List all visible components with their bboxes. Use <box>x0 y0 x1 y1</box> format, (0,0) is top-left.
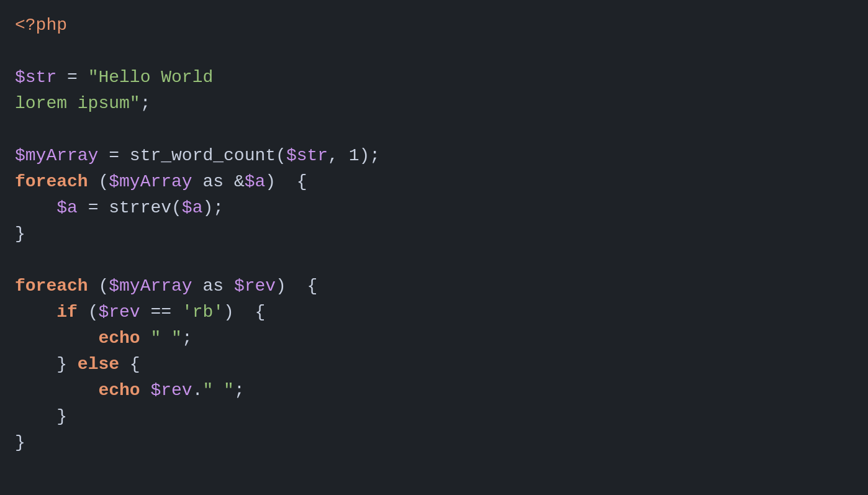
line-php-open: <?php <box>15 12 853 39</box>
line-if-open: if ($rev == 'rb') { <box>15 299 853 325</box>
line-str-1: $str = "Hello World <box>15 65 853 91</box>
line-inner-close: } <box>15 404 853 430</box>
line-foreach1-close: } <box>15 221 853 247</box>
line-foreach2-open: foreach ($myArray as $rev) { <box>15 273 853 299</box>
line-str-2: lorem ipsum"; <box>15 91 853 117</box>
line-else-open: } else { <box>15 352 853 378</box>
line-echo1: echo " "; <box>15 325 853 352</box>
line-foreach2-close: } <box>15 430 853 456</box>
blank-line-3 <box>15 247 853 273</box>
blank-line-1 <box>15 39 853 65</box>
line-foreach1-open: foreach ($myArray as &$a) { <box>15 169 853 195</box>
line-strrev: $a = strrev($a); <box>15 195 853 221</box>
line-myarray: $myArray = str_word_count($str, 1); <box>15 143 853 169</box>
line-echo2: echo $rev." "; <box>15 378 853 404</box>
code-editor: <?php $str = "Hello World lorem ipsum"; … <box>0 0 868 495</box>
blank-line-2 <box>15 117 853 143</box>
